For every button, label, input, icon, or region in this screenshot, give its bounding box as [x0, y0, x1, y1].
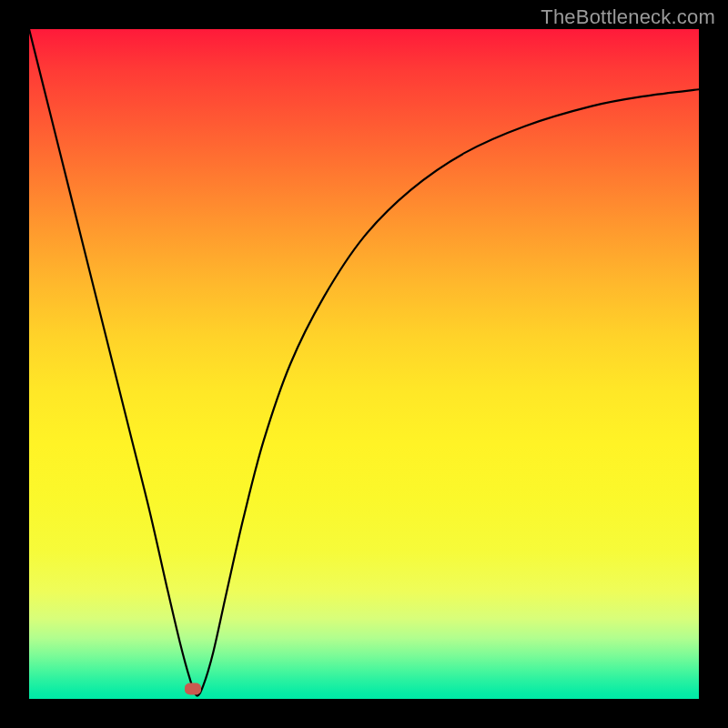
minimum-marker	[185, 682, 201, 694]
chart-frame: TheBottleneck.com	[0, 0, 728, 728]
watermark-text: TheBottleneck.com	[541, 5, 715, 29]
plot-area	[29, 29, 699, 699]
bottleneck-curve	[29, 29, 699, 699]
